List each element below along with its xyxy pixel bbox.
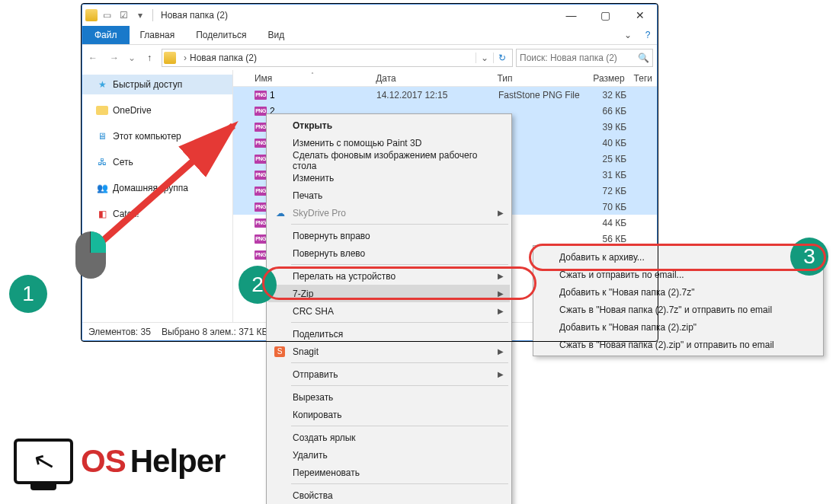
- annotation-bubble-2: 2: [239, 266, 277, 304]
- nav-this-pc[interactable]: 🖥Этот компьютер: [82, 126, 232, 146]
- menu-item[interactable]: Изменить: [268, 169, 510, 187]
- ribbon-expand-icon[interactable]: ⌄: [617, 26, 639, 44]
- menu-item[interactable]: Вырезать: [268, 388, 510, 406]
- menu-item[interactable]: Открыть: [268, 116, 510, 134]
- chevron-right-icon[interactable]: ›: [181, 53, 190, 63]
- mouse-icon: [74, 230, 107, 280]
- chevron-right-icon: ▶: [498, 370, 504, 378]
- menu-item[interactable]: Повернуть вправо: [268, 227, 510, 244]
- png-icon: PNG: [255, 250, 267, 260]
- menu-item[interactable]: Повернуть влево: [268, 244, 510, 262]
- nav-up-button[interactable]: ↑: [140, 49, 159, 67]
- submenu-item-label: Добавить к архиву...: [559, 252, 645, 263]
- address-bar[interactable]: › Новая папка (2) ⌄ ↻: [162, 49, 513, 67]
- star-icon: ★: [96, 78, 108, 91]
- nav-catch[interactable]: ◧Catch!: [82, 204, 232, 224]
- col-name[interactable]: Имя˄: [250, 73, 371, 84]
- catch-icon: ◧: [96, 208, 108, 220]
- submenu-item-label: Сжать в "Новая папка (2).zip" и отправит…: [559, 340, 774, 350]
- menu-item[interactable]: Копировать: [268, 406, 510, 423]
- annotation-bubble-1: 1: [9, 275, 47, 313]
- menu-item-label: 7-Zip: [293, 289, 313, 299]
- ribbon: Файл Главная Поделиться Вид ⌄ ?: [82, 26, 657, 45]
- tab-share[interactable]: Поделиться: [185, 26, 257, 44]
- submenu-item-label: Добавить к "Новая папка (2).7z": [559, 287, 694, 298]
- logo-os: OS: [81, 443, 126, 480]
- submenu-item[interactable]: Добавить к "Новая папка (2).7z": [535, 283, 821, 301]
- brand-logo: ↖ OS Helper: [14, 439, 225, 484]
- chevron-right-icon: ▶: [498, 289, 504, 298]
- chevron-right-icon: ▶: [498, 209, 504, 217]
- menu-item[interactable]: SSnagit▶: [268, 343, 510, 360]
- cursor-icon: ↖: [29, 444, 57, 479]
- chevron-right-icon: ▶: [498, 272, 504, 280]
- address-dropdown-icon[interactable]: ⌄: [476, 53, 493, 63]
- png-icon: PNG: [255, 107, 267, 116]
- nav-back-button[interactable]: ←: [84, 49, 102, 67]
- submenu-item[interactable]: Добавить к архиву...: [535, 248, 821, 266]
- refresh-icon[interactable]: ↻: [493, 53, 511, 63]
- menu-item[interactable]: Свойства: [268, 486, 510, 504]
- file-row[interactable]: PNG114.12.2017 12:15FastStone PNG File32…: [233, 87, 657, 103]
- menu-item-label: Сделать фоновым изображением рабочего ст…: [293, 150, 493, 171]
- file-tab[interactable]: Файл: [82, 26, 130, 44]
- onedrive-icon: [96, 106, 108, 115]
- menu-item[interactable]: Переименовать: [268, 464, 510, 481]
- qat-properties-icon[interactable]: ▭: [99, 8, 114, 23]
- png-icon: PNG: [255, 123, 267, 132]
- context-menu: ОткрытьИзменить с помощью Paint 3DСделат…: [266, 113, 512, 504]
- png-icon: PNG: [255, 187, 267, 196]
- menu-item-label: Изменить с помощью Paint 3D: [293, 138, 421, 148]
- address-row: ← → ⌄ ↑ › Новая папка (2) ⌄ ↻ 🔍: [82, 45, 657, 70]
- png-icon: PNG: [255, 139, 267, 148]
- menu-item[interactable]: ☁SkyDrive Pro▶: [268, 204, 510, 222]
- nav-network[interactable]: 🖧Сеть: [82, 152, 232, 172]
- nav-forward-button[interactable]: →: [105, 49, 123, 67]
- submenu-item[interactable]: Сжать в "Новая папка (2).7z" и отправить…: [535, 301, 821, 318]
- help-icon[interactable]: ?: [639, 26, 657, 44]
- file-size: 70 КБ: [589, 202, 631, 212]
- col-type[interactable]: Тип: [492, 73, 587, 84]
- col-date[interactable]: Дата: [371, 73, 492, 84]
- tab-home[interactable]: Главная: [130, 26, 186, 44]
- network-icon: 🖧: [96, 156, 108, 168]
- search-box[interactable]: 🔍: [516, 49, 653, 67]
- file-size: 44 КБ: [589, 218, 631, 228]
- search-icon[interactable]: 🔍: [638, 53, 649, 63]
- tab-view[interactable]: Вид: [257, 26, 295, 44]
- col-size[interactable]: Размер: [588, 73, 629, 84]
- breadcrumb[interactable]: Новая папка (2): [190, 53, 257, 63]
- status-count: Элементов: 35: [88, 327, 151, 337]
- menu-item-label: Повернуть влево: [293, 248, 365, 259]
- menu-item[interactable]: CRC SHA▶: [268, 302, 510, 320]
- submenu-item[interactable]: Сжать в "Новая папка (2).zip" и отправит…: [535, 336, 821, 353]
- menu-item[interactable]: 7-Zip▶: [268, 285, 510, 302]
- menu-item[interactable]: Создать ярлык: [268, 429, 510, 446]
- submenu-item[interactable]: Добавить к "Новая папка (2).zip": [535, 318, 821, 336]
- nav-onedrive[interactable]: OneDrive: [82, 100, 232, 120]
- minimize-button[interactable]: —: [554, 5, 588, 26]
- qat-dropdown-icon[interactable]: ▾: [133, 8, 148, 23]
- menu-item[interactable]: Перелать на устройство▶: [268, 267, 510, 285]
- file-size: 40 КБ: [589, 138, 631, 148]
- menu-item-label: Отправить: [293, 369, 338, 380]
- logo-helper: Helper: [130, 443, 226, 480]
- nav-history-dropdown[interactable]: ⌄: [126, 49, 137, 67]
- menu-item[interactable]: Сделать фоновым изображением рабочего ст…: [268, 152, 510, 169]
- nav-homegroup[interactable]: 👥Домашняя группа: [82, 178, 232, 198]
- nav-quick-access[interactable]: ★Быстрый доступ: [82, 75, 232, 94]
- maximize-button[interactable]: ▢: [588, 5, 623, 26]
- titlebar: ▭ ☑ ▾ Новая папка (2) — ▢ ✕: [82, 5, 657, 26]
- qat-checkbox-icon[interactable]: ☑: [116, 8, 131, 23]
- menu-item[interactable]: Печать: [268, 187, 510, 204]
- menu-item[interactable]: Удалить: [268, 446, 510, 464]
- png-icon: PNG: [255, 234, 267, 244]
- close-button[interactable]: ✕: [623, 5, 657, 26]
- file-date: 14.12.2017 12:15: [372, 90, 494, 100]
- menu-item[interactable]: Отправить▶: [268, 365, 510, 383]
- submenu-item[interactable]: Сжать и отправить по email...: [535, 266, 821, 283]
- search-input[interactable]: [520, 53, 638, 63]
- annotation-bubble-3: 3: [790, 238, 828, 276]
- col-tags[interactable]: Теги: [629, 73, 657, 84]
- menu-item[interactable]: Поделиться: [268, 325, 510, 343]
